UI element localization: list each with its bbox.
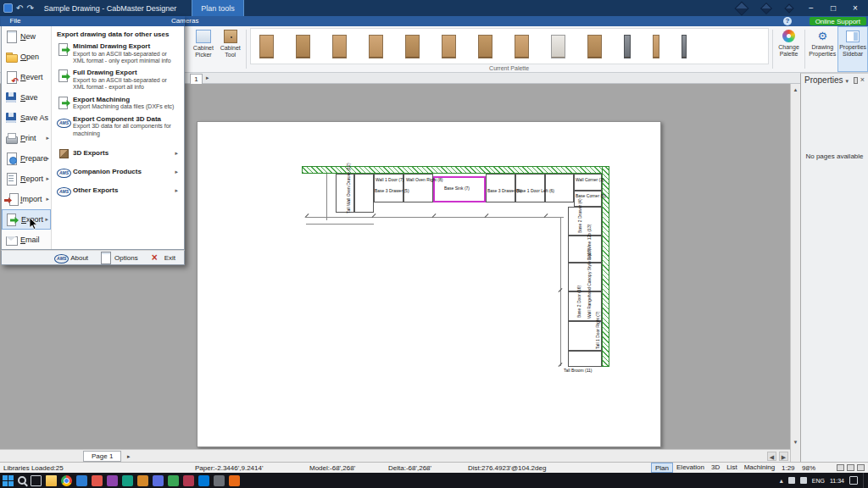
undo-icon[interactable]: ↶ — [16, 4, 23, 13]
minimize-button[interactable]: − — [802, 0, 821, 16]
tray-expand-icon[interactable] — [780, 477, 783, 485]
file-menu-item-open[interactable]: Open — [2, 47, 51, 67]
drawing-properties-button[interactable]: Drawing Properties — [807, 26, 837, 72]
plan-tools-contextual-tab[interactable]: Plan tools — [192, 0, 244, 16]
file-menu-item-save-as[interactable]: Save As — [2, 108, 51, 128]
cabinet-box[interactable] — [574, 174, 602, 191]
taskbar-app-icon[interactable] — [168, 475, 179, 486]
submenu-item-other-exports[interactable]: Other Exports — [56, 182, 180, 199]
view-tab-elevation[interactable]: Elevation — [673, 463, 708, 473]
view-tab-plan[interactable]: Plan — [651, 463, 673, 473]
palette-cabinet-thumb[interactable] — [405, 35, 420, 58]
palette-cabinet-thumb[interactable] — [369, 35, 383, 58]
search-icon[interactable] — [18, 476, 26, 485]
taskbar-app-icon[interactable] — [122, 475, 133, 486]
submenu-item-export-machining[interactable]: Export Machining Export Machining data f… — [56, 95, 180, 112]
document-tab[interactable]: 1 — [190, 74, 203, 84]
display-mode-icon[interactable] — [837, 464, 844, 471]
palette-cabinet-thumb[interactable] — [515, 35, 529, 58]
palette-cabinet-thumb[interactable] — [653, 35, 659, 58]
cabinet-box[interactable] — [568, 207, 602, 236]
scroll-right-icon[interactable]: ▶ — [779, 452, 788, 461]
submenu-item-3d-exports[interactable]: 3D Exports — [56, 145, 180, 162]
start-button[interactable] — [3, 475, 14, 486]
cabinet-box[interactable] — [336, 174, 354, 213]
taskbar-app-icon[interactable] — [76, 475, 87, 486]
palette-cabinet-thumb[interactable] — [259, 35, 274, 58]
chevron-down-icon[interactable] — [846, 75, 849, 85]
palette-cabinet-thumb[interactable] — [587, 35, 602, 58]
file-menu-item-print[interactable]: Print — [2, 128, 51, 148]
file-menu-item-email[interactable]: Email — [2, 230, 51, 250]
exit-button[interactable]: Exit — [148, 251, 175, 264]
help-icon[interactable]: ? — [783, 17, 792, 25]
taskbar-app-icon[interactable] — [153, 475, 164, 486]
palette-cabinet-thumb[interactable] — [442, 35, 456, 58]
cabinet-box[interactable] — [568, 351, 602, 367]
view-tab-list[interactable]: List — [723, 463, 740, 473]
zoom-tool-icon[interactable] — [857, 464, 865, 471]
file-menu-item-save[interactable]: Save — [2, 87, 51, 108]
about-button[interactable]: About — [54, 251, 88, 264]
page-tab-arrow-icon[interactable] — [127, 453, 131, 460]
browser-icon[interactable] — [61, 475, 72, 486]
taskbar-app-icon[interactable] — [137, 475, 148, 486]
options-button[interactable]: Options — [98, 251, 138, 264]
submenu-item-minimal-drawing-export[interactable]: Minimal Drawing Export Export to an ASCI… — [56, 42, 180, 65]
file-menu-item-new[interactable]: New — [2, 26, 51, 47]
change-palette-button[interactable]: Change Palette — [775, 26, 804, 72]
submenu-item-companion-products[interactable]: Companion Products — [56, 164, 180, 180]
taskbar-app-icon[interactable] — [229, 475, 240, 486]
file-explorer-icon[interactable] — [46, 475, 57, 486]
tab-scroll-arrow-icon[interactable] — [206, 75, 209, 81]
palette-cabinet-thumb[interactable] — [682, 35, 687, 58]
clock[interactable]: 11:34 — [830, 478, 844, 484]
tray-icon[interactable] — [800, 477, 807, 484]
redo-icon[interactable]: ↷ — [26, 4, 33, 13]
page-tab[interactable]: Page 1 — [83, 451, 121, 462]
cabinet-box[interactable] — [568, 263, 602, 291]
taskbar-app-icon[interactable] — [107, 475, 118, 486]
file-menu-button[interactable]: File — [1, 16, 30, 26]
close-button[interactable]: × — [846, 0, 865, 16]
file-menu-item-report[interactable]: Report — [2, 169, 51, 189]
cabinet-box[interactable] — [354, 174, 374, 213]
taskbar-app-icon[interactable] — [183, 475, 194, 486]
view-tab-3d[interactable]: 3D — [708, 463, 723, 473]
file-menu-item-import[interactable]: Import — [2, 189, 51, 209]
notification-center-icon[interactable] — [849, 476, 858, 485]
cabinet-box[interactable] — [568, 236, 602, 263]
submenu-item-export-component-3d-data[interactable]: Export Component 3D Data Export 3D data … — [56, 114, 180, 138]
show-desktop-button[interactable] — [863, 473, 865, 488]
taskbar-app-icon[interactable] — [198, 475, 209, 486]
language-indicator[interactable]: ENG — [812, 478, 825, 484]
scroll-left-icon[interactable]: ◀ — [767, 452, 776, 461]
submenu-item-full-drawing-export[interactable]: Full Drawing Export Export to an ASCII t… — [56, 68, 180, 92]
properties-sidebar-button[interactable]: Properties Sidebar — [837, 26, 868, 72]
palette-cabinet-thumb[interactable] — [551, 35, 565, 58]
horizontal-scrollbar[interactable]: Page 1 ◀ ▶ — [0, 449, 790, 462]
cabinet-picker-button[interactable]: Cabinet Picker — [190, 26, 217, 72]
scroll-down-icon[interactable]: ▼ — [792, 438, 799, 446]
palette-cabinet-thumb[interactable] — [478, 35, 492, 58]
drawing-page[interactable]: Tall Wall Oven Drawer (12) Wall 1 Door (… — [197, 121, 661, 447]
taskbar-app-icon[interactable] — [92, 475, 103, 486]
task-view-icon[interactable] — [31, 475, 42, 486]
maximize-button[interactable]: □ — [824, 0, 843, 16]
scroll-up-icon[interactable]: ▲ — [792, 86, 799, 94]
palette-cabinet-thumb[interactable] — [624, 35, 631, 58]
pin-icon[interactable] — [854, 77, 858, 84]
file-menu-item-prepare[interactable]: Prepare — [2, 148, 51, 169]
zoom-readout[interactable]: 98% — [802, 464, 815, 472]
palette-cabinet-thumb[interactable] — [296, 35, 310, 58]
taskbar-app-icon[interactable] — [214, 475, 225, 486]
tray-icon[interactable] — [788, 477, 795, 484]
display-mode-icon[interactable] — [847, 464, 854, 471]
file-menu-item-revert[interactable]: Revert — [2, 67, 51, 87]
vertical-scrollbar[interactable]: ▲ ▼ — [790, 84, 800, 462]
close-panel-icon[interactable]: × — [860, 76, 865, 84]
palette-cabinet-thumb[interactable] — [332, 35, 347, 58]
file-menu-item-export[interactable]: Export — [2, 209, 51, 230]
cabinet-tool-button[interactable]: Cabinet Tool — [217, 26, 244, 72]
view-tab-machining[interactable]: Machining — [741, 463, 778, 473]
